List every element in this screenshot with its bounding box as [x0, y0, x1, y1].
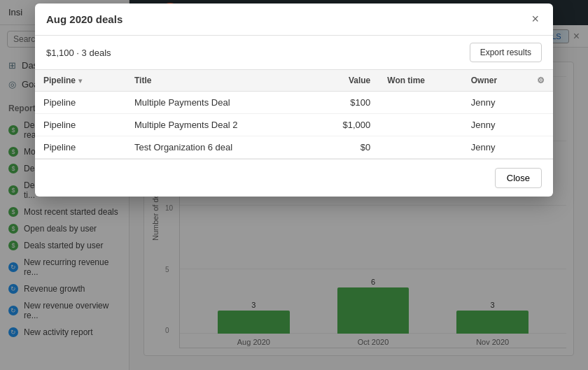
row-owner-0: Jenny [463, 92, 528, 114]
modal-overlay: Aug 2020 deals × $1,100 · 3 deals Export… [0, 0, 588, 370]
row-won-time-1 [379, 114, 462, 136]
pipeline-col-label: Pipeline [43, 76, 76, 85]
deals-table: Pipeline ▾ Title Value Won time [35, 70, 553, 159]
th-settings[interactable]: ⚙ [528, 70, 553, 92]
row-settings-0 [528, 92, 553, 114]
th-owner: Owner [463, 70, 528, 92]
table-row: Pipeline Multiple Payments Deal $100 Jen… [35, 92, 553, 114]
modal-dialog: Aug 2020 deals × $1,100 · 3 deals Export… [35, 3, 553, 197]
table-header: Pipeline ▾ Title Value Won time [35, 70, 553, 92]
modal-header: Aug 2020 deals × [35, 3, 553, 36]
row-value-1: $1,000 [310, 114, 379, 136]
settings-icon: ⚙ [537, 76, 545, 85]
row-pipeline-1: Pipeline [35, 114, 126, 136]
row-title-1: Multiple Payments Deal 2 [126, 114, 310, 136]
owner-col-label: Owner [471, 76, 497, 85]
row-won-time-2 [379, 136, 462, 159]
won-time-col-label: Won time [387, 76, 425, 85]
th-won-time: Won time [379, 70, 462, 92]
export-results-button[interactable]: Export results [470, 43, 542, 62]
table-row: Pipeline Multiple Payments Deal 2 $1,000… [35, 114, 553, 136]
modal-close-footer-button[interactable]: Close [495, 168, 542, 188]
modal-close-button[interactable]: × [528, 12, 542, 27]
row-owner-2: Jenny [463, 136, 528, 159]
row-owner-1: Jenny [463, 114, 528, 136]
value-col-label: Value [349, 76, 370, 85]
modal-footer: Close [35, 159, 553, 197]
row-title-2: Test Organization 6 deal [126, 136, 310, 159]
modal-table-container: Pipeline ▾ Title Value Won time [35, 70, 553, 159]
th-pipeline[interactable]: Pipeline ▾ [35, 70, 126, 92]
sort-down-icon: ▾ [78, 77, 82, 85]
row-value-2: $0 [310, 136, 379, 159]
title-col-label: Title [134, 76, 151, 85]
row-settings-2 [528, 136, 553, 159]
th-title: Title [126, 70, 310, 92]
table-header-row: Pipeline ▾ Title Value Won time [35, 70, 553, 92]
modal-summary-bar: $1,100 · 3 deals Export results [35, 36, 553, 70]
row-settings-1 [528, 114, 553, 136]
row-won-time-0 [379, 92, 462, 114]
table-body: Pipeline Multiple Payments Deal $100 Jen… [35, 92, 553, 159]
row-value-0: $100 [310, 92, 379, 114]
th-value: Value [310, 70, 379, 92]
modal-summary-text: $1,100 · 3 deals [46, 48, 111, 58]
modal-title: Aug 2020 deals [46, 13, 122, 25]
row-title-0: Multiple Payments Deal [126, 92, 310, 114]
row-pipeline-2: Pipeline [35, 136, 126, 159]
table-row: Pipeline Test Organization 6 deal $0 Jen… [35, 136, 553, 159]
row-pipeline-0: Pipeline [35, 92, 126, 114]
